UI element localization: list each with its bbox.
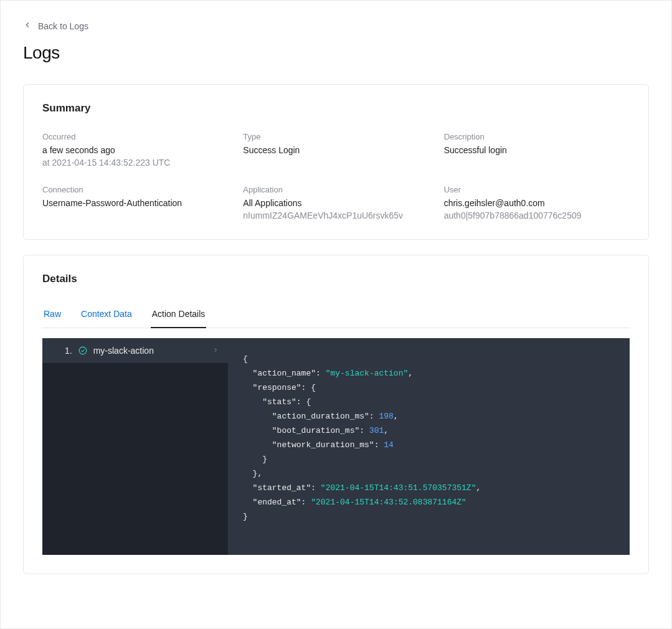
field-label: Description bbox=[444, 132, 630, 141]
summary-card: Summary Occurred a few seconds ago at 20… bbox=[23, 84, 649, 240]
summary-occurred: Occurred a few seconds ago at 2021-04-15… bbox=[42, 132, 228, 168]
chevron-right-icon bbox=[212, 346, 219, 356]
action-name: my-slack-action bbox=[93, 346, 206, 356]
field-label: User bbox=[444, 185, 630, 194]
summary-type: Type Success Login bbox=[243, 132, 428, 168]
field-value: Username-Password-Authentication bbox=[42, 198, 228, 208]
action-list: 1. my-slack-action bbox=[42, 338, 228, 555]
field-label: Occurred bbox=[42, 132, 228, 141]
field-subvalue: auth0|5f907b78866ad100776c2509 bbox=[444, 210, 630, 220]
tab-action-details[interactable]: Action Details bbox=[151, 303, 207, 328]
field-value: chris.geihsler@auth0.com bbox=[444, 198, 630, 208]
field-value: Success Login bbox=[243, 145, 428, 155]
field-label: Type bbox=[243, 132, 428, 141]
details-heading: Details bbox=[42, 273, 630, 285]
summary-user: User chris.geihsler@auth0.com auth0|5f90… bbox=[444, 185, 630, 220]
check-circle-icon bbox=[78, 346, 87, 355]
arrow-left-icon bbox=[23, 21, 32, 31]
field-value: All Applications bbox=[243, 198, 428, 208]
tab-raw[interactable]: Raw bbox=[42, 303, 62, 328]
field-subvalue: nIummIZ24GAMEeVhJ4xcP1uU6rsvk65v bbox=[243, 210, 428, 220]
summary-description: Description Successful login bbox=[444, 132, 630, 168]
field-value: Successful login bbox=[444, 145, 630, 155]
summary-connection: Connection Username-Password-Authenticat… bbox=[42, 185, 228, 220]
field-value: a few seconds ago bbox=[42, 145, 228, 155]
details-tabs: Raw Context Data Action Details bbox=[42, 303, 630, 328]
summary-application: Application All Applications nIummIZ24GA… bbox=[243, 185, 428, 220]
tab-context-data[interactable]: Context Data bbox=[80, 303, 133, 328]
field-label: Application bbox=[243, 185, 428, 194]
summary-heading: Summary bbox=[42, 102, 630, 115]
field-subvalue: at 2021-04-15 14:43:52.223 UTC bbox=[42, 158, 228, 168]
details-card: Details Raw Context Data Action Details … bbox=[23, 255, 649, 574]
back-label: Back to Logs bbox=[38, 21, 88, 31]
action-list-item[interactable]: 1. my-slack-action bbox=[42, 338, 228, 364]
svg-point-0 bbox=[79, 347, 87, 354]
back-to-logs-link[interactable]: Back to Logs bbox=[23, 21, 88, 31]
field-label: Connection bbox=[42, 185, 228, 194]
action-json-view: { "action_name": "my-slack-action", "res… bbox=[228, 338, 630, 555]
page-title: Logs bbox=[23, 43, 649, 63]
action-index: 1. bbox=[65, 346, 72, 356]
